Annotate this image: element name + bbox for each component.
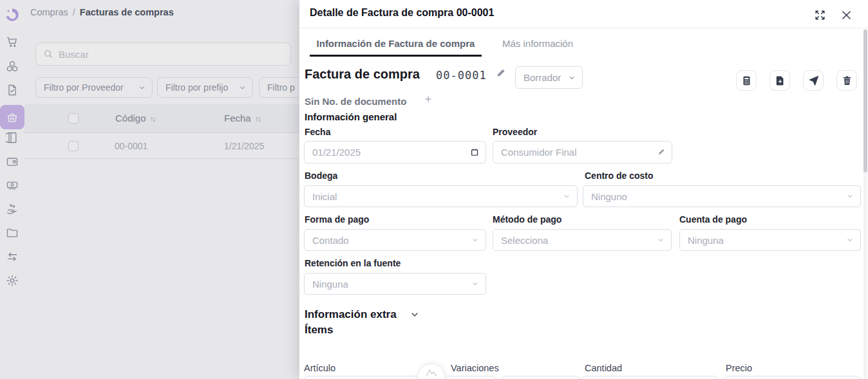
document-title: Factura de compra (305, 67, 420, 82)
edit-pencil-icon[interactable] (657, 148, 665, 156)
chevron-down-icon (846, 236, 854, 244)
delete-button[interactable] (836, 70, 857, 91)
bodega-select[interactable]: Inicial (304, 185, 578, 207)
calculator-icon (741, 75, 752, 86)
metodo-pago-select[interactable]: Selecciona (493, 229, 672, 251)
cuenta-pago-value: Ninguna (688, 235, 724, 246)
chevron-down-icon (657, 236, 665, 244)
send-button[interactable] (803, 70, 824, 91)
item-cantidad-input[interactable] (581, 376, 718, 379)
tab-more-info[interactable]: Más información (489, 38, 586, 49)
assistant-bubble[interactable] (417, 364, 446, 379)
tab-invoice-info[interactable]: Información de Factura de compra (310, 38, 482, 49)
items-column-cantidad: Cantidad (585, 363, 622, 373)
chevron-down-icon (568, 74, 576, 82)
status-badge: Borrador (524, 72, 561, 83)
forma-pago-label: Forma de pago (305, 214, 369, 225)
items-column-variaciones: Variaciones (451, 363, 499, 373)
delete-icon (842, 75, 853, 86)
section-extra-title[interactable]: Información extra (305, 308, 397, 321)
proveedor-label: Proveedor (493, 127, 537, 137)
panel-title: Detalle de Factura de compra 00-0001 (310, 7, 494, 19)
add-document-number-icon[interactable] (424, 95, 433, 104)
calendar-icon[interactable] (470, 147, 479, 157)
chevron-down-icon (846, 192, 854, 200)
centro-costo-select[interactable]: Ninguno (583, 185, 861, 207)
cuenta-pago-select[interactable]: Ninguna (679, 229, 861, 251)
chevron-down-icon (563, 192, 571, 200)
invoice-detail-panel: Detalle de Factura de compra 00-0001 Inf… (299, 0, 868, 379)
proveedor-input[interactable] (493, 141, 672, 163)
retencion-value: Ninguna (312, 279, 348, 290)
edit-pencil-icon[interactable] (496, 68, 506, 79)
retencion-select[interactable]: Ninguna (304, 273, 486, 295)
fecha-date-input[interactable] (304, 141, 486, 163)
duplicate-document-button[interactable] (769, 70, 790, 91)
fecha-value[interactable] (312, 147, 470, 158)
retencion-label: Retención en la fuente (305, 258, 401, 268)
duplicate-document-icon (775, 75, 786, 86)
chevron-down-icon (471, 236, 479, 244)
metodo-pago-label: Método de pago (493, 214, 561, 225)
mountain-icon (426, 368, 437, 377)
fecha-label: Fecha (305, 127, 330, 137)
forma-pago-value: Contado (312, 235, 349, 246)
forma-pago-select[interactable]: Contado (304, 229, 486, 251)
cuenta-pago-label: Cuenta de pago (679, 214, 747, 225)
active-tab-underline (310, 55, 482, 57)
item-precio-input[interactable] (724, 376, 861, 379)
bodega-value: Inicial (312, 191, 337, 202)
centro-costo-label: Centro de costo (585, 171, 654, 181)
item-articulo-input[interactable] (304, 376, 496, 379)
chevron-down-icon (471, 280, 479, 288)
panel-header: Detalle de Factura de compra 00-0001 (299, 0, 868, 28)
proveedor-value[interactable] (501, 147, 657, 158)
items-column-articulo: Artículo (304, 363, 335, 373)
section-general-title: Información general (305, 111, 397, 122)
close-icon[interactable] (840, 9, 853, 22)
no-document-label: Sin No. de documento (305, 96, 406, 107)
chevron-down-icon[interactable] (410, 310, 420, 320)
bodega-label: Bodega (305, 171, 337, 181)
section-items-title: Ítems (305, 324, 333, 337)
items-column-precio: Precio (726, 363, 752, 373)
panel-scrollbar-thumb[interactable] (863, 30, 867, 172)
document-number: 00-0001 (436, 69, 487, 82)
expand-icon[interactable] (814, 9, 827, 22)
metodo-pago-value: Selecciona (501, 235, 548, 246)
item-variaciones-input[interactable] (502, 376, 580, 379)
send-icon (808, 75, 819, 86)
centro-costo-value: Ninguno (591, 191, 627, 202)
status-dropdown[interactable]: Borrador (515, 66, 583, 89)
calculator-button[interactable] (736, 70, 757, 91)
